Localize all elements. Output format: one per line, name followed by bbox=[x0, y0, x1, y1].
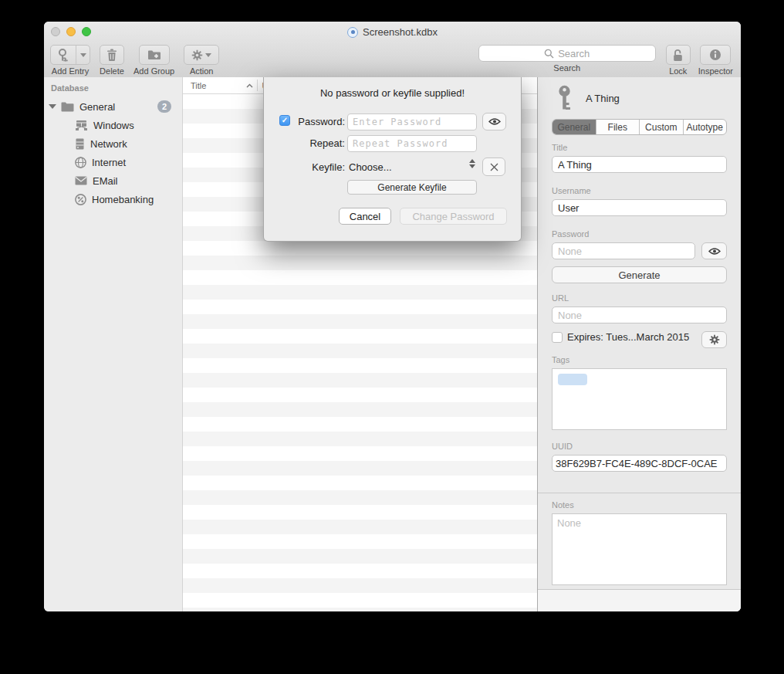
password-field[interactable] bbox=[552, 242, 695, 259]
close-button[interactable] bbox=[51, 27, 60, 36]
homebanking-group-icon bbox=[75, 194, 86, 205]
action-label: Action bbox=[190, 66, 214, 76]
uuid-field[interactable] bbox=[552, 455, 727, 472]
notes-divider bbox=[538, 493, 741, 493]
add-group-button[interactable] bbox=[139, 45, 170, 65]
delete-item: Delete bbox=[100, 45, 124, 76]
notes-label: Notes bbox=[552, 500, 574, 510]
key-icon bbox=[556, 85, 573, 112]
inspector-tabs: General Files Custom Autotype bbox=[552, 119, 727, 135]
tab-custom[interactable]: Custom bbox=[639, 120, 683, 134]
internet-group-icon bbox=[75, 157, 86, 168]
password-input[interactable] bbox=[347, 113, 477, 130]
lock-button[interactable] bbox=[666, 45, 691, 65]
group-count-badge: 2 bbox=[157, 100, 171, 113]
titlebar[interactable]: Screenshot.kdbx bbox=[44, 22, 741, 42]
expires-settings-button[interactable] bbox=[701, 331, 727, 348]
username-field[interactable] bbox=[552, 199, 727, 216]
repeat-label: Repeat: bbox=[279, 137, 345, 149]
reveal-password-button[interactable] bbox=[701, 242, 727, 259]
generate-keyfile-button[interactable]: Generate Keyfile bbox=[347, 180, 477, 195]
trash-icon bbox=[106, 49, 117, 61]
tab-autotype[interactable]: Autotype bbox=[683, 120, 727, 134]
expires-checkbox[interactable] bbox=[552, 332, 563, 343]
password-field-label: Password bbox=[552, 229, 589, 239]
change-password-button[interactable]: Change Password bbox=[400, 208, 507, 225]
sidebar-item-windows[interactable]: Windows bbox=[44, 116, 182, 134]
keyfile-label: Keyfile: bbox=[279, 161, 345, 173]
inspector-footer bbox=[538, 589, 741, 611]
group-label: Internet bbox=[92, 157, 126, 168]
info-icon bbox=[709, 49, 721, 61]
group-label: General bbox=[79, 101, 115, 113]
expires-label: Expires: Tues...March 2015 bbox=[567, 331, 689, 343]
add-entry-label: Add Entry bbox=[52, 66, 89, 76]
add-group-label: Add Group bbox=[133, 66, 174, 76]
toolbar-right-group: Search Search Lock bbox=[478, 45, 733, 76]
keyfile-popup[interactable]: Choose... bbox=[349, 161, 392, 173]
network-group-icon bbox=[75, 138, 85, 150]
repeat-input[interactable] bbox=[347, 135, 477, 152]
lock-item: Lock bbox=[666, 45, 691, 76]
generate-password-button[interactable]: Generate bbox=[552, 266, 727, 283]
action-button[interactable] bbox=[184, 45, 219, 65]
search-placeholder: Search bbox=[558, 48, 590, 59]
traffic-lights bbox=[51, 27, 91, 36]
window-chrome: Screenshot.kdbx bbox=[44, 22, 741, 78]
tags-box[interactable] bbox=[552, 368, 727, 430]
eye-icon bbox=[488, 117, 501, 126]
eye-icon bbox=[708, 247, 721, 256]
sidebar-item-email[interactable]: EMail bbox=[44, 171, 182, 190]
tags-label: Tags bbox=[552, 355, 569, 364]
document-proxy-icon[interactable] bbox=[347, 27, 358, 38]
column-divider[interactable] bbox=[257, 80, 258, 91]
sort-ascending-icon bbox=[246, 83, 253, 88]
delete-button[interactable] bbox=[100, 45, 124, 65]
add-entry-item: Add Entry bbox=[50, 45, 90, 76]
folder-icon bbox=[61, 102, 74, 112]
inspector-label: Inspector bbox=[698, 66, 733, 76]
entry-header: A Thing bbox=[556, 85, 620, 112]
tab-files[interactable]: Files bbox=[596, 120, 640, 134]
add-entry-button[interactable] bbox=[50, 45, 90, 65]
search-icon bbox=[544, 49, 554, 59]
lock-label: Lock bbox=[669, 66, 687, 76]
disclosure-triangle-icon[interactable] bbox=[49, 104, 56, 109]
group-label: Homebanking bbox=[92, 194, 154, 205]
cancel-button[interactable]: Cancel bbox=[339, 208, 391, 225]
notes-field[interactable] bbox=[552, 513, 727, 585]
clear-keyfile-button[interactable] bbox=[482, 157, 505, 176]
stepper-icon[interactable] bbox=[469, 159, 475, 168]
sidebar-item-network[interactable]: Network bbox=[44, 134, 182, 153]
expires-row: Expires: Tues...March 2015 bbox=[552, 331, 689, 343]
password-label: Password: bbox=[279, 116, 345, 127]
zoom-button[interactable] bbox=[82, 27, 91, 36]
minimize-button[interactable] bbox=[66, 27, 76, 36]
add-entry-dropdown[interactable] bbox=[76, 46, 90, 64]
url-field-label: URL bbox=[552, 293, 569, 303]
sheet-warning-message: No password or keyfile supplied! bbox=[264, 87, 521, 99]
title-field[interactable] bbox=[552, 156, 727, 173]
entry-title: A Thing bbox=[586, 93, 620, 104]
chevron-down-icon bbox=[80, 53, 86, 57]
url-field[interactable] bbox=[552, 307, 727, 323]
inspector-button[interactable] bbox=[700, 45, 731, 65]
sidebar-item-homebanking[interactable]: Homebanking bbox=[44, 190, 182, 208]
delete-label: Delete bbox=[100, 66, 124, 76]
tag-pill[interactable] bbox=[558, 374, 587, 385]
tab-general[interactable]: General bbox=[553, 120, 596, 134]
username-field-label: Username bbox=[552, 186, 591, 195]
reveal-password-button[interactable] bbox=[482, 113, 506, 130]
column-title[interactable]: Title bbox=[191, 81, 206, 90]
group-label: Windows bbox=[93, 120, 134, 131]
search-item: Search Search bbox=[478, 45, 656, 73]
group-label: EMail bbox=[93, 175, 118, 187]
search-input[interactable]: Search bbox=[478, 45, 656, 62]
sidebar-section-header: Database bbox=[51, 83, 89, 93]
uuid-label: UUID bbox=[552, 442, 573, 451]
app-window: Screenshot.kdbx bbox=[44, 22, 741, 611]
sidebar-item-general[interactable]: General 2 bbox=[44, 97, 182, 116]
inspector-panel: A Thing General Files Custom Autotype Ti… bbox=[537, 77, 741, 611]
chevron-down-icon bbox=[205, 53, 211, 57]
sidebar-item-internet[interactable]: Internet bbox=[44, 153, 182, 171]
